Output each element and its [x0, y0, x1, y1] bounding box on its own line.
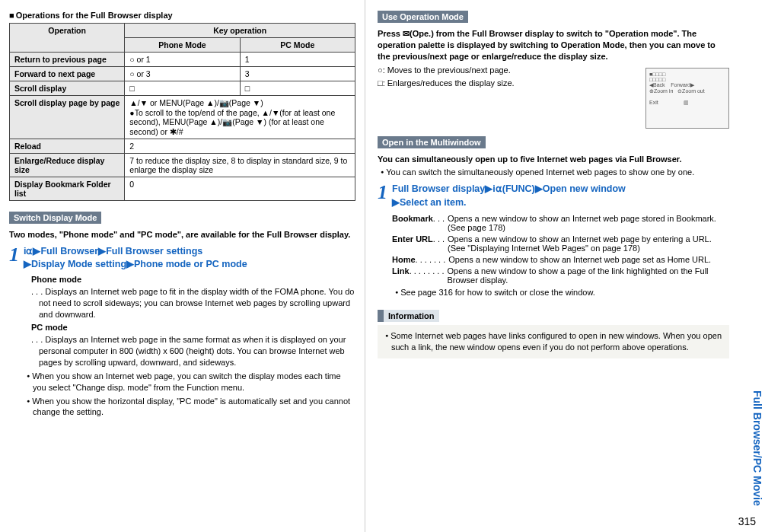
- cell-scroll-pc: □: [240, 81, 355, 96]
- op-forward: Forward to next page: [10, 67, 125, 81]
- pc-mode-label: PC mode: [31, 323, 355, 332]
- cell-scroll-page: ▲/▼ or MENU(Page ▲)/📷(Page ▼) ●To scroll…: [125, 96, 355, 139]
- link-label: Link: [392, 266, 410, 285]
- information-heading: Information: [378, 310, 439, 322]
- left-step-1: 1 i⍺▶Full Browser▶Full Browser settings …: [9, 245, 355, 420]
- nav-line-1a: i⍺▶Full Browser▶Full Browser settings: [24, 245, 355, 259]
- cell-scroll-phone: □: [125, 81, 240, 96]
- th-phone-mode: Phone Mode: [125, 38, 240, 53]
- ops-heading: Operations for the Full Browser display: [9, 11, 355, 20]
- page-number: 315: [738, 515, 756, 527]
- cell-return-pc: 1: [240, 53, 355, 67]
- home-label: Home: [392, 255, 416, 264]
- step-number-1-icon-right: 1: [378, 183, 387, 202]
- cell-forward-phone: ○ or 3: [125, 67, 240, 81]
- cell-bookmark-list: 0: [125, 177, 355, 201]
- bookmark-label: Bookmark: [392, 214, 433, 232]
- step-number-1-icon: 1: [9, 245, 19, 265]
- op-scroll: Scroll display: [10, 81, 125, 96]
- enterurl-dots: . . .: [433, 234, 445, 253]
- information-box: Some Internet web pages have links confi…: [378, 325, 729, 358]
- home-desc: Opens a new window to show an Internet w…: [448, 255, 729, 264]
- home-dots: . . . . . . .: [416, 255, 446, 264]
- open-options-list: Bookmark . . . Opens a new window to sho…: [392, 214, 729, 285]
- enterurl-label: Enter URL: [392, 234, 433, 253]
- bookmark-desc: Opens a new window to show an Internet w…: [448, 214, 729, 232]
- option-enter-url: Enter URL . . . Opens a new window to sh…: [392, 234, 729, 253]
- cell-return-phone: ○ or 1: [125, 53, 240, 67]
- open-bullet: You can switch the simultaneously opened…: [378, 167, 729, 178]
- cell-forward-pc: 3: [240, 67, 355, 81]
- switch-bullet-1: When you show an Internet web page, you …: [24, 371, 355, 393]
- use-operation-mode-heading: Use Operation Mode: [378, 11, 468, 23]
- information-text: Some Internet web pages have links confi…: [382, 330, 725, 353]
- link-desc: Opens a new window to show a page of the…: [447, 266, 729, 285]
- th-key-operation: Key operation: [125, 24, 355, 38]
- op-return: Return to previous page: [10, 53, 125, 67]
- op-reload: Reload: [10, 139, 125, 154]
- switch-display-mode-heading: Switch Display Mode: [9, 212, 101, 224]
- option-home: Home . . . . . . . Opens a new window to…: [392, 255, 729, 264]
- cell-enlarge: 7 to reduce the display size, 8 to displ…: [125, 154, 355, 177]
- right-column: Use Operation Mode Press ✉(Ope.) from th…: [365, 0, 738, 532]
- right-step-1: 1 Full Browser display▶i⍺(FUNC)▶Open new…: [378, 183, 729, 301]
- enterurl-desc: Opens a new window to show an Internet w…: [448, 234, 729, 253]
- th-operation: Operation: [10, 24, 125, 53]
- option-bookmark: Bookmark . . . Opens a new window to sho…: [392, 214, 729, 232]
- link-dots: . . . . . . . .: [410, 266, 445, 285]
- open-intro: You can simultaneously open up to five I…: [378, 154, 729, 165]
- operations-table: Operation Key operation Phone Mode PC Mo…: [9, 23, 355, 201]
- switch-intro: Two modes, "Phone mode" and "PC mode", a…: [9, 229, 355, 241]
- left-column: Operations for the Full Browser display …: [0, 0, 365, 532]
- side-tab-label: Full Browser/PC Movie: [750, 387, 765, 509]
- op-bookmark-list: Display Bookmark Folder list: [10, 177, 125, 201]
- use-intro: Press ✉(Ope.) from the Full Browser disp…: [378, 28, 729, 62]
- option-link: Link . . . . . . . . Opens a new window …: [392, 266, 729, 285]
- see-page-note: See page 316 for how to switch or close …: [392, 287, 729, 298]
- bookmark-dots: . . .: [433, 214, 445, 232]
- open-multiwindow-heading: Open in the Multiwindow: [378, 136, 486, 148]
- operation-palette-thumbnail: ■□□□□□□□□□ ◀Back Forward▶ ⊕Zoom in ⊖Zoom…: [645, 68, 729, 129]
- th-pc-mode: PC Mode: [240, 38, 355, 53]
- nav-line-r1b: ▶Select an item.: [392, 196, 729, 210]
- nav-line-1b: ▶Display Mode setting▶Phone mode or PC m…: [24, 258, 355, 272]
- cell-reload: 2: [125, 139, 355, 154]
- nav-line-r1a: Full Browser display▶i⍺(FUNC)▶Open new w…: [392, 183, 729, 196]
- phone-mode-label: Phone mode: [31, 275, 355, 284]
- switch-bullet-2: When you show the horizontal display, "P…: [24, 396, 355, 419]
- op-scroll-page: Scroll display page by page: [10, 96, 125, 139]
- op-enlarge: Enlarge/Reduce display size: [10, 154, 125, 177]
- phone-mode-desc: . . . Displays an Internet web page to f…: [39, 286, 355, 320]
- pc-mode-desc: . . . Displays an Internet web page in t…: [39, 334, 355, 368]
